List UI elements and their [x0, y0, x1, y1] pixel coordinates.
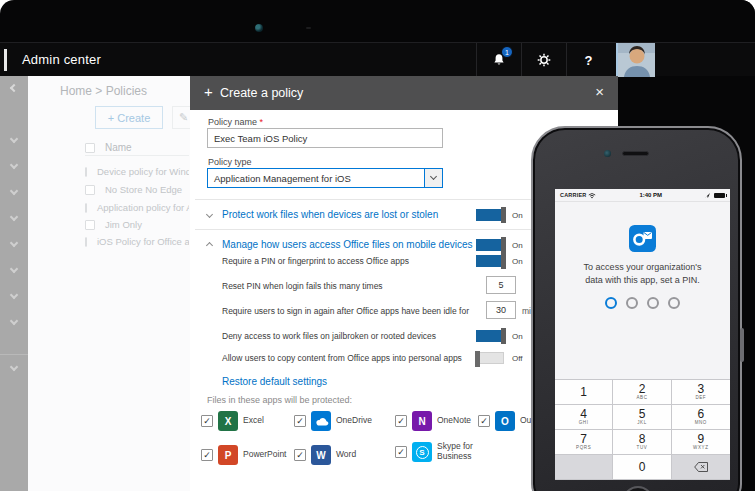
toggle-state-label: On: [512, 332, 523, 341]
onedrive-checkbox[interactable]: ✓: [294, 415, 306, 427]
sidebar[interactable]: [0, 76, 28, 491]
powerpoint-checkbox[interactable]: ✓: [201, 449, 213, 461]
table-header-divider: [85, 155, 189, 156]
row-checkbox[interactable]: [85, 185, 95, 195]
chevron-down-icon[interactable]: [10, 265, 18, 273]
pin-dots: [555, 297, 730, 309]
settings-button[interactable]: [521, 43, 565, 77]
section-label: Manage how users access Office files on …: [222, 239, 473, 250]
keypad-key-1[interactable]: 1: [555, 380, 613, 405]
keypad-key-2[interactable]: 2ABC: [613, 380, 671, 405]
table-row[interactable]: Application policy for A: [85, 200, 189, 215]
pin-keypad: 1 2ABC 3DEF 4GHI 5JKL 6MNO 7PQRS 8TUV 9W…: [555, 379, 730, 480]
sensor-dot: [306, 27, 311, 29]
row-checkbox[interactable]: [85, 167, 87, 177]
onenote-checkbox[interactable]: ✓: [395, 415, 407, 427]
skype-checkbox[interactable]: ✓: [395, 446, 407, 458]
policy-type-value: Application Management for iOS: [214, 173, 351, 184]
keypad-key-9[interactable]: 9WXYZ: [672, 430, 730, 455]
toggle-state-label: On: [512, 257, 523, 266]
row-label: No Store No Edge: [105, 184, 182, 195]
phone-status-bar: CARRIER 1:40 PM: [555, 189, 730, 202]
wifi-icon: [588, 192, 596, 199]
keypad-key-6[interactable]: 6MNO: [672, 405, 730, 430]
row-label: iOS Policy for Office ap: [97, 236, 189, 247]
policy-name-input[interactable]: [207, 128, 443, 148]
toggle-knob: [501, 253, 506, 269]
phone-speaker: [622, 151, 649, 156]
table-row[interactable]: No Store No Edge: [85, 182, 189, 197]
avatar[interactable]: [616, 43, 655, 77]
select-all-checkbox[interactable]: [85, 143, 95, 153]
toggle-require-pin[interactable]: [476, 255, 504, 267]
toggle-knob: [501, 328, 506, 344]
plus-icon: +: [204, 83, 213, 100]
toggle-copy-content[interactable]: [476, 352, 504, 364]
chevron-down-icon[interactable]: [10, 213, 18, 221]
row-checkbox[interactable]: [85, 237, 87, 247]
notification-badge: 1: [501, 46, 513, 58]
chevron-down-icon[interactable]: [10, 317, 18, 325]
chevron-down-icon[interactable]: [10, 135, 18, 143]
carrier-label: CARRIER: [560, 192, 586, 198]
screenshot-root: Admin center 1 ?: [0, 0, 755, 491]
required-asterisk: *: [260, 117, 264, 127]
app-label: Skype for Business: [437, 442, 479, 462]
create-button-label: + Create: [108, 112, 151, 124]
pin-message-line1: To access your organization's: [555, 261, 730, 274]
keypad-key-7[interactable]: 7PQRS: [555, 430, 613, 455]
row-checkbox[interactable]: [85, 220, 95, 230]
keypad-key-8[interactable]: 8TUV: [613, 430, 671, 455]
help-button[interactable]: ?: [566, 43, 610, 77]
table-row[interactable]: Device policy for Windo: [85, 164, 189, 179]
table-row[interactable]: iOS Policy for Office ap: [85, 234, 189, 249]
avatar-photo: [618, 43, 655, 77]
row-checkbox[interactable]: [85, 203, 87, 213]
toggle-on[interactable]: [476, 239, 504, 251]
word-icon: W: [311, 445, 331, 465]
breadcrumb[interactable]: Home > Policies: [60, 84, 147, 98]
reset-pin-attempts-input[interactable]: [486, 276, 516, 294]
excel-checkbox[interactable]: ✓: [201, 415, 213, 427]
chevron-down-icon[interactable]: [10, 187, 18, 195]
app-title: Admin center: [22, 52, 101, 67]
webcam-icon: [255, 24, 263, 32]
toggle-deny-jailbroken[interactable]: [476, 330, 504, 342]
top-bar: Admin center 1 ?: [0, 42, 755, 76]
phone-home-button[interactable]: [622, 486, 654, 491]
toggle-on[interactable]: [476, 209, 504, 221]
restore-defaults-link[interactable]: Restore default settings: [222, 376, 327, 387]
word-checkbox[interactable]: ✓: [294, 449, 306, 461]
pin-dot: [626, 297, 638, 309]
chevron-down-icon[interactable]: [10, 239, 18, 247]
outlook-checkbox[interactable]: ✓: [478, 415, 490, 427]
keypad-key-3[interactable]: 3DEF: [672, 380, 730, 405]
onedrive-icon: [311, 411, 331, 431]
notifications-button[interactable]: 1: [476, 43, 520, 77]
idle-minutes-input[interactable]: [486, 301, 516, 319]
phone-mockup: CARRIER 1:40 PM: [531, 126, 742, 491]
chevron-down-icon: [206, 211, 213, 218]
section-label: Protect work files when devices are lost…: [222, 209, 438, 220]
close-icon[interactable]: ×: [595, 84, 604, 99]
panel-header: + Create a policy ×: [190, 76, 618, 110]
app-label: PowerPoint: [243, 450, 285, 460]
chevron-down-icon[interactable]: [10, 363, 18, 371]
create-button[interactable]: + Create: [95, 106, 163, 129]
chevron-down-icon[interactable]: [10, 161, 18, 169]
table-row[interactable]: Jim Only: [85, 217, 189, 232]
keypad-key-5[interactable]: 5JKL: [613, 405, 671, 430]
collapse-sidebar-icon[interactable]: [10, 84, 18, 92]
policy-type-select[interactable]: Application Management for iOS: [207, 168, 443, 188]
chevron-down-icon[interactable]: [10, 291, 18, 299]
app-item-skype: ✓ S Skype for Business: [395, 442, 479, 462]
keypad-key-0[interactable]: 0: [613, 455, 671, 480]
keypad-backspace[interactable]: [672, 455, 730, 480]
table-header-row: Name: [85, 140, 189, 155]
dropdown-chevron-box: [424, 169, 442, 187]
gear-icon: [537, 53, 551, 67]
setting-label: Reset PIN when login fails this many tim…: [222, 281, 383, 291]
pin-dot-active: [605, 297, 617, 309]
pencil-icon: ✎: [179, 111, 188, 124]
keypad-key-4[interactable]: 4GHI: [555, 405, 613, 430]
